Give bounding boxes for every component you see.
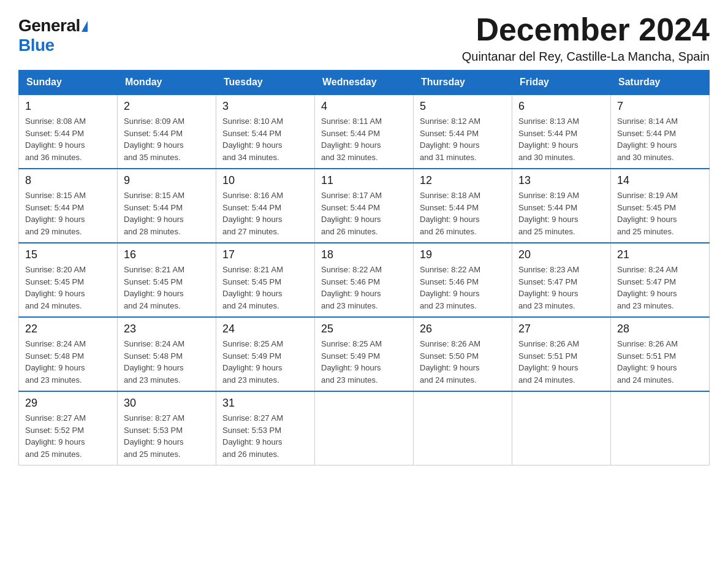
- day-info: Sunrise: 8:21 AMSunset: 5:45 PMDaylight:…: [222, 265, 283, 310]
- day-info: Sunrise: 8:24 AMSunset: 5:47 PMDaylight:…: [617, 265, 678, 310]
- day-info: Sunrise: 8:27 AMSunset: 5:53 PMDaylight:…: [222, 413, 283, 459]
- day-info: Sunrise: 8:26 AMSunset: 5:51 PMDaylight:…: [617, 339, 678, 385]
- calendar-cell: 19 Sunrise: 8:22 AMSunset: 5:46 PMDaylig…: [414, 243, 512, 317]
- calendar-cell: 28 Sunrise: 8:26 AMSunset: 5:51 PMDaylig…: [611, 317, 710, 391]
- day-number: 18: [321, 248, 407, 261]
- calendar-cell: 16 Sunrise: 8:21 AMSunset: 5:45 PMDaylig…: [118, 243, 216, 317]
- logo: General Blue: [18, 12, 88, 55]
- logo-general-text: General: [18, 16, 80, 35]
- day-info: Sunrise: 8:19 AMSunset: 5:44 PMDaylight:…: [518, 191, 579, 236]
- calendar-week-row: 22 Sunrise: 8:24 AMSunset: 5:48 PMDaylig…: [19, 317, 710, 391]
- day-number: 23: [124, 323, 210, 335]
- logo-blue-text: Blue: [18, 36, 55, 55]
- day-number: 3: [222, 100, 308, 113]
- day-number: 30: [124, 397, 210, 410]
- calendar-cell: 18 Sunrise: 8:22 AMSunset: 5:46 PMDaylig…: [315, 243, 414, 317]
- calendar-cell: 25 Sunrise: 8:25 AMSunset: 5:49 PMDaylig…: [315, 317, 414, 391]
- day-number: 8: [25, 174, 111, 187]
- calendar-cell: 22 Sunrise: 8:24 AMSunset: 5:48 PMDaylig…: [19, 317, 118, 391]
- weekday-header: Saturday: [611, 71, 710, 95]
- day-number: 27: [518, 323, 604, 335]
- day-number: 9: [124, 174, 210, 187]
- calendar-cell: 7 Sunrise: 8:14 AMSunset: 5:44 PMDayligh…: [611, 94, 710, 169]
- day-number: 29: [25, 397, 111, 410]
- day-info: Sunrise: 8:14 AMSunset: 5:44 PMDaylight:…: [617, 117, 678, 162]
- day-number: 16: [124, 248, 210, 261]
- page-header: General Blue December 2024 Quintanar del…: [18, 12, 710, 64]
- calendar-week-row: 1 Sunrise: 8:08 AMSunset: 5:44 PMDayligh…: [19, 94, 710, 169]
- day-number: 2: [124, 100, 210, 113]
- calendar-cell: 29 Sunrise: 8:27 AMSunset: 5:52 PMDaylig…: [19, 391, 118, 465]
- calendar-cell: 15 Sunrise: 8:20 AMSunset: 5:45 PMDaylig…: [19, 243, 118, 317]
- calendar-cell: 12 Sunrise: 8:18 AMSunset: 5:44 PMDaylig…: [414, 169, 512, 243]
- day-number: 24: [222, 323, 308, 335]
- day-number: 6: [518, 100, 604, 113]
- weekday-header: Sunday: [19, 71, 118, 95]
- day-info: Sunrise: 8:12 AMSunset: 5:44 PMDaylight:…: [420, 117, 480, 162]
- day-info: Sunrise: 8:11 AMSunset: 5:44 PMDaylight:…: [321, 117, 382, 162]
- day-number: 21: [617, 248, 703, 261]
- day-info: Sunrise: 8:22 AMSunset: 5:46 PMDaylight:…: [420, 265, 480, 310]
- day-info: Sunrise: 8:21 AMSunset: 5:45 PMDaylight:…: [124, 265, 184, 310]
- calendar-cell: 11 Sunrise: 8:17 AMSunset: 5:44 PMDaylig…: [315, 169, 414, 243]
- weekday-header: Tuesday: [216, 71, 315, 95]
- calendar-cell: [315, 391, 414, 465]
- calendar-cell: 26 Sunrise: 8:26 AMSunset: 5:50 PMDaylig…: [414, 317, 512, 391]
- calendar-cell: [414, 391, 512, 465]
- day-number: 10: [222, 174, 308, 187]
- day-info: Sunrise: 8:15 AMSunset: 5:44 PMDaylight:…: [25, 191, 86, 236]
- day-info: Sunrise: 8:26 AMSunset: 5:50 PMDaylight:…: [420, 339, 480, 385]
- day-number: 28: [617, 323, 703, 335]
- logo-triangle-icon: [82, 21, 88, 32]
- day-info: Sunrise: 8:19 AMSunset: 5:45 PMDaylight:…: [617, 191, 678, 236]
- day-info: Sunrise: 8:15 AMSunset: 5:44 PMDaylight:…: [124, 191, 184, 236]
- day-info: Sunrise: 8:22 AMSunset: 5:46 PMDaylight:…: [321, 265, 382, 310]
- day-info: Sunrise: 8:20 AMSunset: 5:45 PMDaylight:…: [25, 265, 86, 310]
- day-number: 11: [321, 174, 407, 187]
- weekday-header: Friday: [512, 71, 611, 95]
- day-number: 7: [617, 100, 703, 113]
- day-info: Sunrise: 8:18 AMSunset: 5:44 PMDaylight:…: [420, 191, 480, 236]
- day-number: 31: [222, 397, 308, 410]
- day-number: 4: [321, 100, 407, 113]
- day-info: Sunrise: 8:25 AMSunset: 5:49 PMDaylight:…: [222, 339, 283, 385]
- calendar-cell: 17 Sunrise: 8:21 AMSunset: 5:45 PMDaylig…: [216, 243, 315, 317]
- day-info: Sunrise: 8:13 AMSunset: 5:44 PMDaylight:…: [518, 117, 579, 162]
- calendar-cell: 24 Sunrise: 8:25 AMSunset: 5:49 PMDaylig…: [216, 317, 315, 391]
- weekday-header: Monday: [118, 71, 216, 95]
- calendar-cell: 13 Sunrise: 8:19 AMSunset: 5:44 PMDaylig…: [512, 169, 611, 243]
- weekday-header: Thursday: [414, 71, 512, 95]
- day-number: 17: [222, 248, 308, 261]
- calendar-cell: 6 Sunrise: 8:13 AMSunset: 5:44 PMDayligh…: [512, 94, 611, 169]
- day-info: Sunrise: 8:27 AMSunset: 5:53 PMDaylight:…: [124, 413, 184, 459]
- day-info: Sunrise: 8:27 AMSunset: 5:52 PMDaylight:…: [25, 413, 86, 459]
- day-number: 5: [420, 100, 506, 113]
- day-number: 15: [25, 248, 111, 261]
- day-info: Sunrise: 8:24 AMSunset: 5:48 PMDaylight:…: [124, 339, 184, 385]
- day-info: Sunrise: 8:09 AMSunset: 5:44 PMDaylight:…: [124, 117, 184, 162]
- day-number: 26: [420, 323, 506, 335]
- weekday-header: Wednesday: [315, 71, 414, 95]
- calendar-cell: 30 Sunrise: 8:27 AMSunset: 5:53 PMDaylig…: [118, 391, 216, 465]
- day-info: Sunrise: 8:25 AMSunset: 5:49 PMDaylight:…: [321, 339, 382, 385]
- calendar-cell: 27 Sunrise: 8:26 AMSunset: 5:51 PMDaylig…: [512, 317, 611, 391]
- calendar-cell: 21 Sunrise: 8:24 AMSunset: 5:47 PMDaylig…: [611, 243, 710, 317]
- day-number: 22: [25, 323, 111, 335]
- day-number: 19: [420, 248, 506, 261]
- day-number: 1: [25, 100, 111, 113]
- calendar-week-row: 29 Sunrise: 8:27 AMSunset: 5:52 PMDaylig…: [19, 391, 710, 465]
- day-info: Sunrise: 8:10 AMSunset: 5:44 PMDaylight:…: [222, 117, 283, 162]
- day-info: Sunrise: 8:17 AMSunset: 5:44 PMDaylight:…: [321, 191, 382, 236]
- calendar-cell: 23 Sunrise: 8:24 AMSunset: 5:48 PMDaylig…: [118, 317, 216, 391]
- calendar-cell: [512, 391, 611, 465]
- day-number: 25: [321, 323, 407, 335]
- calendar-cell: [611, 391, 710, 465]
- calendar-cell: 14 Sunrise: 8:19 AMSunset: 5:45 PMDaylig…: [611, 169, 710, 243]
- calendar-week-row: 8 Sunrise: 8:15 AMSunset: 5:44 PMDayligh…: [19, 169, 710, 243]
- calendar-header-row: SundayMondayTuesdayWednesdayThursdayFrid…: [19, 71, 710, 95]
- calendar-cell: 2 Sunrise: 8:09 AMSunset: 5:44 PMDayligh…: [118, 94, 216, 169]
- calendar-cell: 10 Sunrise: 8:16 AMSunset: 5:44 PMDaylig…: [216, 169, 315, 243]
- calendar-cell: 5 Sunrise: 8:12 AMSunset: 5:44 PMDayligh…: [414, 94, 512, 169]
- title-section: December 2024 Quintanar del Rey, Castill…: [462, 12, 710, 64]
- main-title: December 2024: [462, 12, 710, 47]
